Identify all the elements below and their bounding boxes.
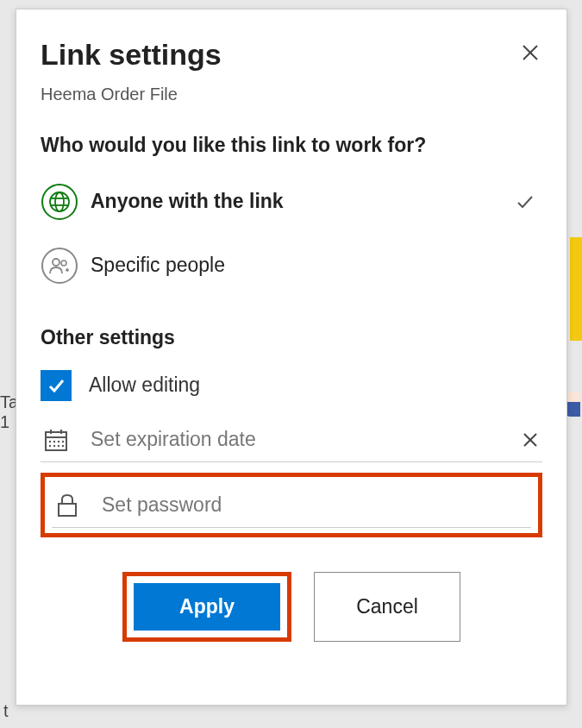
- calendar-icon: [41, 427, 72, 453]
- svg-point-7: [61, 260, 66, 266]
- svg-point-15: [53, 441, 55, 442]
- cancel-button[interactable]: Cancel: [314, 572, 460, 642]
- svg-point-18: [49, 445, 51, 447]
- allow-editing-row: Allow editing: [41, 370, 542, 401]
- access-prompt: Who would you like this link to work for…: [41, 134, 542, 157]
- dialog-subtitle: Heema Order File: [41, 85, 542, 104]
- close-button[interactable]: [518, 41, 542, 65]
- svg-point-21: [62, 445, 64, 447]
- allow-editing-label: Allow editing: [89, 373, 200, 397]
- clear-expiration-button[interactable]: [518, 428, 542, 452]
- allow-editing-checkbox[interactable]: [41, 370, 72, 401]
- svg-point-16: [58, 441, 59, 442]
- option-specific-label: Specific people: [91, 254, 535, 277]
- lock-icon: [52, 493, 83, 518]
- password-row: [52, 493, 531, 528]
- close-icon: [521, 43, 540, 62]
- link-settings-dialog: Link settings Heema Order File Who would…: [16, 9, 567, 706]
- svg-rect-24: [59, 504, 76, 516]
- globe-icon-container: [41, 183, 78, 221]
- svg-point-3: [55, 192, 64, 211]
- svg-point-14: [49, 441, 51, 442]
- svg-point-6: [53, 259, 59, 266]
- dialog-title: Link settings: [41, 37, 222, 72]
- apply-highlight-box: Apply: [122, 572, 291, 642]
- other-settings-title: Other settings: [41, 326, 542, 349]
- password-input[interactable]: [100, 493, 531, 518]
- expiration-date-row: [41, 427, 542, 462]
- svg-point-19: [53, 445, 55, 447]
- clear-icon: [522, 431, 539, 449]
- svg-point-2: [50, 192, 69, 211]
- dialog-actions: Apply Cancel: [41, 572, 542, 642]
- people-icon-container: [41, 247, 78, 285]
- people-icon: [48, 254, 71, 277]
- option-specific-people[interactable]: Specific people: [41, 247, 542, 285]
- globe-icon: [48, 191, 71, 213]
- svg-point-17: [62, 441, 64, 442]
- svg-point-20: [58, 445, 59, 447]
- apply-button[interactable]: Apply: [134, 583, 280, 631]
- password-highlight-box: [41, 473, 542, 537]
- background-decor: [570, 237, 582, 341]
- checkmark-icon: [515, 191, 535, 212]
- option-anyone-label: Anyone with the link: [91, 190, 515, 213]
- option-anyone-with-link[interactable]: Anyone with the link: [41, 183, 542, 221]
- check-icon: [46, 375, 66, 396]
- background-text-bottom: t: [3, 701, 9, 721]
- expiration-date-input[interactable]: [89, 427, 518, 452]
- dialog-header: Link settings: [41, 37, 542, 72]
